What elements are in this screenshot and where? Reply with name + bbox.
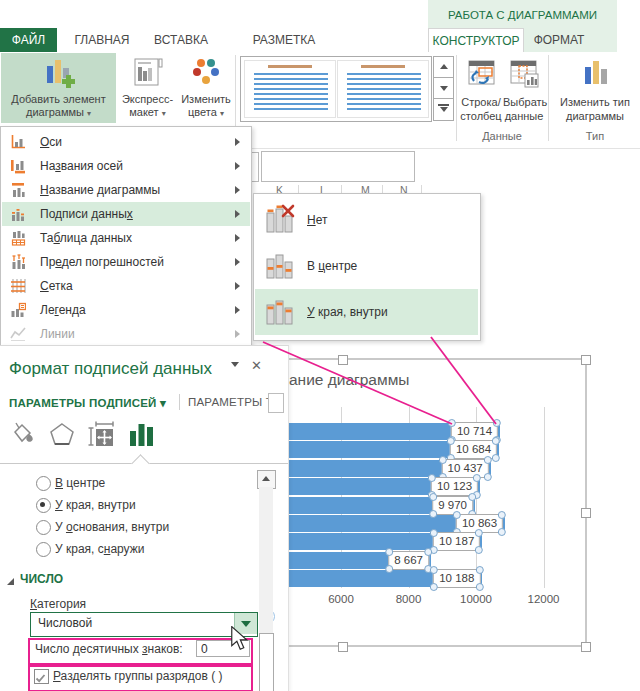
change-chart-type-button[interactable]: Изменить тип диаграммы: [551, 53, 639, 127]
change-colors-button[interactable]: Изменить цвета ▾: [179, 53, 233, 123]
pane-tab-text-options[interactable]: ПАРАМЕТРЫ Т: [188, 396, 273, 408]
add-chart-element-label-1: Добавить элемент: [1, 93, 116, 106]
chart-resize-handle[interactable]: [338, 355, 348, 365]
quick-layout-button[interactable]: Экспресс- макет ▾: [118, 53, 177, 123]
radio-circle[interactable]: [36, 520, 51, 535]
down-arrow-icon: [440, 86, 448, 91]
submenu-arrow-icon: [235, 258, 240, 266]
submenu-arrow-icon: [235, 210, 240, 218]
submenu-item-none[interactable]: Нет: [255, 197, 478, 243]
tab-page-layout[interactable]: РАЗМЕТКА СТРАНИЦЫ: [224, 28, 344, 52]
selection-handle[interactable]: [424, 548, 432, 556]
data-label[interactable]: 10 437: [442, 459, 489, 478]
selection-handle[interactable]: [428, 474, 436, 482]
legend-icon: [10, 302, 26, 318]
chart-resize-handle[interactable]: [581, 508, 591, 518]
switch-row-column-button[interactable]: Строка/ столбец: [459, 53, 503, 127]
thousands-checkbox[interactable]: [34, 669, 49, 684]
selection-handle[interactable]: [498, 528, 506, 536]
radio-circle[interactable]: [36, 542, 51, 557]
gallery-scroll-up-button[interactable]: [433, 56, 454, 79]
menu-item-gridlines[interactable]: Сетка: [2, 274, 250, 298]
pane-scrollbar-thumb[interactable]: [259, 633, 274, 691]
chart-style-thumbnail[interactable]: [337, 60, 429, 118]
submenu-item-inside-end[interactable]: У края, внутри: [255, 289, 478, 335]
gallery-scroll-down-button[interactable]: [433, 77, 454, 100]
selection-handle[interactable]: [453, 511, 461, 519]
menu-item-axis-titles[interactable]: Названия осей: [2, 154, 250, 178]
up-arrow-icon: [262, 476, 270, 481]
ribbon-separator: [548, 55, 549, 141]
tab-design[interactable]: КОНСТРУКТОР: [428, 28, 524, 53]
selection-handle[interactable]: [492, 454, 500, 462]
pane-options-caret-icon[interactable]: [231, 362, 239, 367]
selection-handle[interactable]: [468, 493, 476, 501]
fill-line-icon[interactable]: [7, 420, 37, 450]
pane-tab-label-options[interactable]: ПАРАМЕТРЫ ПОДПИСЕЙ ▾: [9, 396, 166, 410]
selection-handle[interactable]: [429, 510, 437, 518]
selection-handle[interactable]: [430, 529, 438, 537]
data-table-icon: [10, 230, 26, 246]
menu-item-data-table[interactable]: Таблица данных: [2, 226, 250, 250]
add-chart-element-button[interactable]: Добавить элемент диаграммы ▾: [1, 53, 116, 123]
chart-style-thumbnail[interactable]: [244, 60, 336, 118]
category-value: Числовой: [38, 613, 92, 634]
data-label[interactable]: 10 187: [433, 532, 480, 551]
gallery-more-button[interactable]: [433, 98, 454, 121]
formula-bar[interactable]: [261, 151, 415, 182]
chart-resize-handle[interactable]: [581, 355, 591, 365]
add-chart-element-icon: [43, 56, 75, 88]
tab-home[interactable]: ГЛАВНАЯ: [66, 28, 138, 52]
tab-file[interactable]: ФАЙЛ: [0, 28, 57, 52]
chart-border-top: [288, 358, 586, 360]
chart-resize-handle[interactable]: [338, 642, 348, 652]
menu-item-data-labels[interactable]: Подписи данных: [2, 202, 250, 226]
axis-titles-icon: [10, 158, 26, 174]
selection-handle[interactable]: [475, 546, 483, 554]
select-data-button[interactable]: Выбрать данные: [503, 53, 545, 127]
selection-handle[interactable]: [448, 419, 456, 427]
radio-circle[interactable]: [36, 476, 51, 491]
pane-title: Формат подписей данных: [9, 359, 212, 379]
submenu-arrow-icon: [235, 162, 240, 170]
tab-format[interactable]: ФОРМАТ: [526, 28, 592, 52]
category-combobox[interactable]: Числовой: [30, 612, 258, 637]
chart-area[interactable]: ание диаграммы 60008000100001200010 7141…: [288, 345, 640, 691]
selection-handle[interactable]: [439, 456, 447, 464]
selection-handle[interactable]: [447, 437, 455, 445]
effects-icon[interactable]: [47, 420, 77, 450]
selection-handle[interactable]: [475, 583, 483, 591]
section-expand-icon[interactable]: [7, 578, 14, 585]
change-colors-icon: [191, 56, 221, 88]
selection-handle[interactable]: [385, 548, 393, 556]
chart-styles-gallery[interactable]: [240, 56, 432, 122]
gridline: [544, 407, 545, 588]
chart-resize-handle[interactable]: [581, 642, 591, 652]
data-label[interactable]: 10 188: [433, 569, 480, 588]
menu-item-chart-title[interactable]: Название диаграммы: [2, 178, 250, 202]
decimals-row: Число десятичных знаков:: [28, 638, 249, 661]
selection-handle[interactable]: [385, 565, 393, 573]
data-label[interactable]: 9 970: [432, 496, 473, 515]
selection-handle[interactable]: [430, 566, 438, 574]
size-properties-icon[interactable]: [87, 420, 117, 450]
ribbon-separator: [456, 55, 457, 141]
selection-handle[interactable]: [430, 583, 438, 591]
category-label: Категория: [30, 597, 86, 611]
add-element-menu: Оси Названия осей Название диаграммы Под…: [0, 126, 252, 349]
selection-handle[interactable]: [429, 493, 437, 501]
radio-circle-selected[interactable]: [36, 498, 51, 513]
menu-item-error-bars[interactable]: Предел погрешностей: [2, 250, 250, 274]
menu-item-axes[interactable]: Оси: [2, 130, 250, 154]
section-number-label[interactable]: ЧИСЛО: [20, 572, 63, 586]
pane-close-icon[interactable]: ✕: [251, 358, 262, 373]
tab-insert[interactable]: ВСТАВКА: [148, 28, 214, 52]
select-data-label-1: Выбрать: [503, 96, 545, 109]
submenu-arrow-icon: [235, 234, 240, 242]
data-label[interactable]: 8 667: [388, 551, 429, 570]
menu-item-legend[interactable]: Легенда: [2, 298, 250, 322]
submenu-item-center[interactable]: В центре: [255, 243, 478, 289]
label-options-icon[interactable]: [127, 420, 157, 450]
selection-handle[interactable]: [484, 473, 492, 481]
data-label[interactable]: 10 714: [451, 422, 498, 441]
